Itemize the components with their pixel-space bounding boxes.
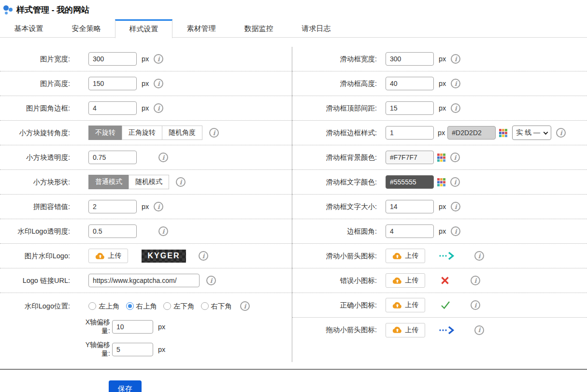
app-logo-icon (2, 3, 14, 16)
row-puzzle-tolerance: 拼图容错值: px (0, 195, 292, 219)
slider-height-input[interactable] (386, 77, 434, 90)
tab-basic-settings[interactable]: 基本设置 (0, 19, 57, 38)
info-icon[interactable] (451, 54, 460, 64)
info-icon[interactable] (471, 300, 480, 310)
success-icon-upload-button[interactable]: 上传 (386, 298, 425, 312)
block-opacity-input[interactable] (88, 151, 137, 164)
drag-arrow-preview-icon (439, 325, 455, 335)
info-icon[interactable] (209, 128, 219, 138)
info-icon[interactable] (474, 251, 484, 261)
tab-style-settings[interactable]: 样式设置 (115, 19, 172, 38)
drag-arrow-icon-label: 拖动小箭头图标: (292, 325, 386, 335)
slider-text-color-input[interactable] (386, 175, 434, 189)
block-rotation-label: 小方块旋转角度: (0, 128, 88, 138)
row-slider-text-color: 滑动框文字颜色: (292, 170, 587, 195)
puzzle-tolerance-label: 拼图容错值: (0, 202, 88, 211)
x-offset-line: X轴偏移量: px (88, 318, 250, 336)
row-block-opacity: 小方块透明度: (0, 145, 292, 170)
image-width-input[interactable] (88, 52, 137, 66)
tab-security-policy[interactable]: 安全策略 (57, 19, 115, 38)
image-width-label: 图片宽度: (0, 55, 88, 64)
row-watermark-position: 水印Logo位置: 左上角 右上角 左下角 (0, 293, 292, 362)
tab-data-monitoring[interactable]: 数据监控 (230, 19, 287, 38)
info-icon[interactable] (154, 54, 163, 64)
position-radio-group: 左上角 右上角 左下角 右下角 (88, 299, 250, 313)
watermark-logo-label: 图片水印Logo: (0, 252, 88, 261)
rotation-option-right-angle[interactable]: 正角旋转 (122, 126, 162, 140)
unit-label: px (142, 55, 149, 63)
upload-cloud-icon (392, 326, 402, 334)
row-success-icon: 正确小图标: 上传 (292, 293, 587, 318)
row-image-border-radius: 图片圆角边框: px (0, 96, 292, 121)
logo-url-input[interactable] (88, 274, 200, 287)
color-picker-icon[interactable] (499, 129, 507, 137)
row-drag-arrow-icon: 拖动小箭头图标: 上传 (292, 318, 587, 342)
tab-request-log[interactable]: 请求日志 (287, 19, 345, 38)
info-icon[interactable] (154, 79, 163, 88)
info-icon[interactable] (451, 79, 460, 88)
info-icon[interactable] (158, 153, 168, 162)
position-option-top-right[interactable]: 右上角 (126, 302, 157, 311)
slide-arrow-upload-button[interactable]: 上传 (386, 249, 425, 263)
position-option-bottom-right[interactable]: 右下角 (201, 302, 232, 311)
puzzle-tolerance-input[interactable] (88, 200, 137, 213)
info-icon[interactable] (154, 103, 163, 113)
slider-top-gap-label: 滑动框顶部间距: (292, 104, 386, 113)
save-button[interactable]: 保存 (109, 380, 142, 392)
info-icon[interactable] (556, 128, 566, 138)
info-icon[interactable] (474, 325, 484, 335)
style-settings-form: 图片宽度: px 图片高度: px 图片圆角边框: px 小方块旋转角度: 不旋… (0, 47, 587, 362)
success-check-preview-icon (441, 301, 450, 309)
radio-label: 右下角 (211, 302, 232, 311)
image-border-radius-input[interactable] (88, 101, 137, 115)
upload-button-label: 上传 (405, 326, 419, 335)
slider-text-size-input[interactable] (386, 200, 434, 213)
slider-width-input[interactable] (386, 52, 434, 66)
shape-option-normal[interactable]: 普通模式 (88, 175, 129, 189)
info-icon[interactable] (451, 226, 460, 236)
position-option-bottom-left[interactable]: 左下角 (163, 302, 195, 311)
border-radius-input[interactable] (386, 224, 434, 238)
info-icon[interactable] (199, 251, 208, 261)
watermark-opacity-input[interactable] (88, 224, 137, 238)
slider-text-color-label: 滑动框文字颜色: (292, 178, 386, 187)
radio-icon (88, 302, 96, 310)
watermark-position-content: 左上角 右上角 左下角 右下角 (88, 299, 250, 358)
rotation-option-random[interactable]: 随机角度 (162, 126, 202, 140)
position-option-top-left[interactable]: 左上角 (88, 302, 120, 311)
watermark-logo-preview: KYGER (142, 250, 186, 263)
info-icon[interactable] (206, 276, 216, 285)
info-icon[interactable] (158, 226, 168, 236)
info-icon[interactable] (450, 153, 460, 162)
tab-material-management[interactable]: 素材管理 (172, 19, 230, 38)
info-icon[interactable] (451, 103, 460, 113)
color-picker-icon[interactable] (437, 178, 445, 186)
upload-button-label: 上传 (405, 252, 419, 260)
radio-label: 左上角 (99, 302, 120, 311)
info-icon[interactable] (471, 276, 480, 285)
error-icon-upload-button[interactable]: 上传 (386, 273, 425, 288)
info-icon[interactable] (450, 177, 460, 187)
slider-border-color-input[interactable] (447, 126, 496, 140)
watermark-logo-upload-button[interactable]: 上传 (88, 249, 128, 263)
image-height-input[interactable] (88, 77, 137, 90)
x-offset-label: X轴偏移量: (77, 318, 112, 336)
slider-top-gap-input[interactable] (386, 101, 434, 115)
info-icon[interactable] (176, 177, 186, 187)
info-icon[interactable] (240, 301, 250, 311)
info-icon[interactable] (154, 202, 163, 211)
info-icon[interactable] (451, 202, 460, 211)
rotation-option-none[interactable]: 不旋转 (88, 126, 122, 140)
row-slider-border-style: 滑动框边框样式: px 实 线 — (292, 121, 587, 145)
border-line-style-select[interactable]: 实 线 — (512, 126, 551, 140)
drag-arrow-upload-button[interactable]: 上传 (386, 323, 425, 337)
radio-label: 右上角 (136, 302, 157, 311)
slider-bg-color-input[interactable] (386, 151, 434, 164)
x-offset-input[interactable] (112, 320, 153, 334)
left-column: 图片宽度: px 图片高度: px 图片圆角边框: px 小方块旋转角度: 不旋… (0, 47, 292, 362)
slider-border-width-input[interactable] (386, 126, 434, 140)
shape-option-random[interactable]: 随机模式 (129, 175, 169, 189)
right-column: 滑动框宽度: px 滑动框高度: px 滑动框顶部间距: px 滑动框边框样式:… (292, 47, 587, 362)
y-offset-input[interactable] (112, 343, 153, 356)
color-picker-icon[interactable] (437, 154, 445, 162)
